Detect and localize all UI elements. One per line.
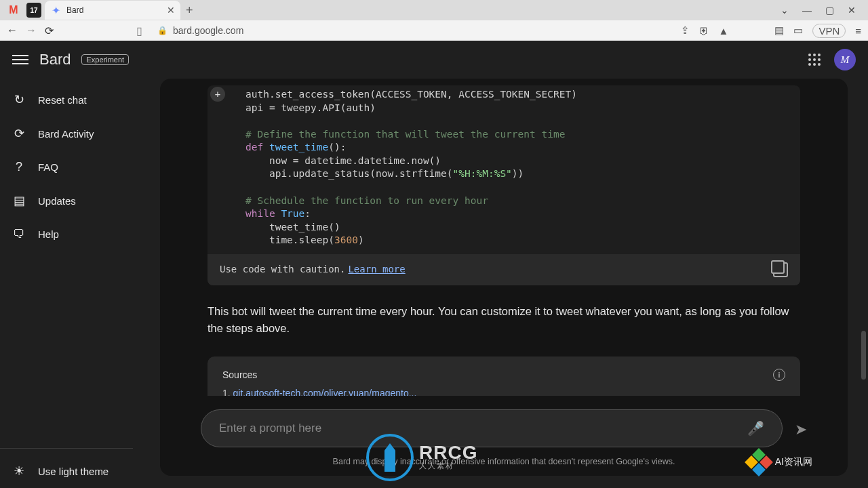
brave-shield-icon[interactable]: ⛨: [699, 25, 709, 37]
prompt-placeholder: Enter a prompt here: [219, 422, 747, 435]
response-text: This bot will tweet the current time eve…: [208, 303, 800, 337]
header-right: M: [808, 49, 856, 70]
source-number: 1.: [222, 388, 231, 396]
bard-favicon-icon: ✦: [50, 5, 61, 16]
sidebar-item-label: Reset chat: [38, 94, 87, 106]
content-card: + auth.set_access_token(ACCESS_TOKEN, AC…: [160, 79, 848, 476]
learn-more-link[interactable]: Learn more: [348, 263, 405, 276]
faq-icon: ?: [12, 160, 26, 174]
sidebar-bard-activity[interactable]: ⟳ Bard Activity: [0, 117, 160, 150]
browser-toolbar: ← → ⟳ ▯ 🔒 bard.google.com ⇪ ⛨ ▲ ▤ ▭ VPN …: [0, 20, 868, 41]
content-scroll[interactable]: + auth.set_access_token(ACCESS_TOKEN, AC…: [160, 79, 848, 396]
input-row: Enter a prompt here 🎤 ➤: [201, 409, 807, 447]
lock-icon: 🔒: [157, 26, 167, 35]
hamburger-menu-icon[interactable]: [12, 52, 28, 68]
window-maximize-icon[interactable]: ▢: [825, 5, 834, 16]
address-bar[interactable]: 🔒 bard.google.com: [157, 25, 243, 36]
experiment-badge: Experiment: [81, 54, 129, 65]
window-minimize-icon[interactable]: —: [802, 5, 812, 16]
source-link[interactable]: git.autosoft-tech.com/oliver.yuan/magent…: [233, 388, 417, 396]
tv-icon: 17: [26, 3, 41, 18]
sources-header: Sources i: [222, 369, 785, 381]
sidebar-item-label: Updates: [38, 195, 76, 207]
rrcg-logo-icon: [366, 434, 414, 481]
gmail-tab-icon[interactable]: M: [4, 1, 23, 20]
gmail-icon: M: [9, 4, 18, 16]
code-block: + auth.set_access_token(ACCESS_TOKEN, AC…: [208, 85, 800, 285]
tab-title: Bard: [66, 5, 161, 15]
sources-info-icon[interactable]: i: [773, 369, 785, 381]
user-avatar[interactable]: M: [834, 49, 856, 70]
send-button-icon[interactable]: ➤: [795, 421, 807, 439]
sidebar-divider: [0, 448, 133, 449]
sidebar-faq[interactable]: ? FAQ: [0, 150, 160, 184]
sidebar-updates[interactable]: ▤ Updates: [0, 184, 160, 218]
watermark-ai: AI资讯网: [747, 450, 812, 474]
app-header: Bard Experiment M: [0, 41, 868, 79]
sources-title: Sources: [222, 369, 257, 380]
theme-label: Use light theme: [38, 466, 108, 477]
reload-button[interactable]: ⟳: [45, 24, 54, 37]
window-dropdown-icon[interactable]: ⌄: [781, 5, 789, 16]
code-caution-bar: Use code with caution. Learn more: [208, 254, 800, 285]
sidebar-item-label: FAQ: [38, 161, 58, 173]
caution-text: Use code with caution.: [220, 263, 345, 276]
google-apps-icon[interactable]: [808, 54, 821, 66]
brave-rewards-icon[interactable]: ▲: [719, 25, 729, 37]
url-text: bard.google.com: [173, 25, 243, 36]
ai-logo-icon: [747, 450, 771, 474]
help-icon: 🗨: [12, 227, 26, 241]
scrollbar-thumb[interactable]: [861, 331, 866, 380]
sidebar: ↻ Reset chat ⟳ Bard Activity ? FAQ ▤ Upd…: [0, 79, 160, 488]
sidepanel-icon[interactable]: ▤: [774, 24, 784, 37]
sidebar-reset-chat[interactable]: ↻ Reset chat: [0, 83, 160, 117]
share-icon[interactable]: ⇪: [681, 24, 690, 37]
window-close-icon[interactable]: ✕: [848, 5, 856, 16]
window-controls: ⌄ — ▢ ✕: [781, 5, 868, 16]
code-content: auth.set_access_token(ACCESS_TOKEN, ACCE…: [208, 85, 800, 254]
sun-icon: ☀: [12, 464, 26, 479]
app-body: ↻ Reset chat ⟳ Bard Activity ? FAQ ▤ Upd…: [0, 79, 868, 488]
tradingview-tab-icon[interactable]: 17: [24, 1, 43, 20]
reset-icon: ↻: [12, 92, 26, 107]
toolbar-right: ⇪ ⛨ ▲ ▤ ▭ VPN ≡: [681, 24, 861, 38]
sidebar-items: ↻ Reset chat ⟳ Bard Activity ? FAQ ▤ Upd…: [0, 83, 160, 443]
bard-app: Bard Experiment M ↻ Reset chat ⟳ Bard Ac…: [0, 41, 868, 488]
brand-name: Bard: [39, 51, 71, 68]
mic-icon[interactable]: 🎤: [747, 420, 764, 436]
tab-strip: M 17 ✦ Bard ✕ + ⌄ — ▢ ✕: [0, 0, 868, 20]
sidebar-item-label: Help: [38, 228, 59, 240]
activity-icon: ⟳: [12, 126, 26, 141]
copy-code-icon[interactable]: [773, 262, 788, 277]
source-item: 1. git.autosoft-tech.com/oliver.yuan/mag…: [222, 388, 785, 396]
prompt-input[interactable]: Enter a prompt here 🎤: [201, 409, 783, 447]
new-tab-button[interactable]: +: [186, 3, 193, 18]
tab-close-icon[interactable]: ✕: [167, 5, 175, 16]
theme-toggle[interactable]: ☀ Use light theme: [0, 454, 160, 488]
sources-card: Sources i 1. git.autosoft-tech.com/olive…: [208, 357, 800, 396]
ai-text: AI资讯网: [775, 456, 812, 468]
active-tab[interactable]: ✦ Bard ✕: [45, 1, 180, 20]
sidebar-item-label: Bard Activity: [38, 128, 94, 140]
code-expand-icon[interactable]: +: [210, 87, 225, 102]
main-content: + auth.set_access_token(ACCESS_TOKEN, AC…: [160, 79, 868, 488]
wallet-icon[interactable]: ▭: [793, 24, 803, 37]
forward-button[interactable]: →: [26, 24, 37, 37]
browser-menu-icon[interactable]: ≡: [855, 25, 861, 37]
bookmark-icon[interactable]: ▯: [136, 24, 142, 37]
updates-icon: ▤: [12, 193, 26, 208]
browser-chrome: M 17 ✦ Bard ✕ + ⌄ — ▢ ✕ ← → ⟳ ▯ 🔒 bard.g…: [0, 0, 868, 41]
sidebar-help[interactable]: 🗨 Help: [0, 218, 160, 251]
vpn-button[interactable]: VPN: [812, 24, 846, 38]
watermark-rrcg: RRCG 人人素材: [366, 434, 477, 481]
back-button[interactable]: ←: [7, 24, 18, 37]
rrcg-text: RRCG: [419, 444, 477, 461]
